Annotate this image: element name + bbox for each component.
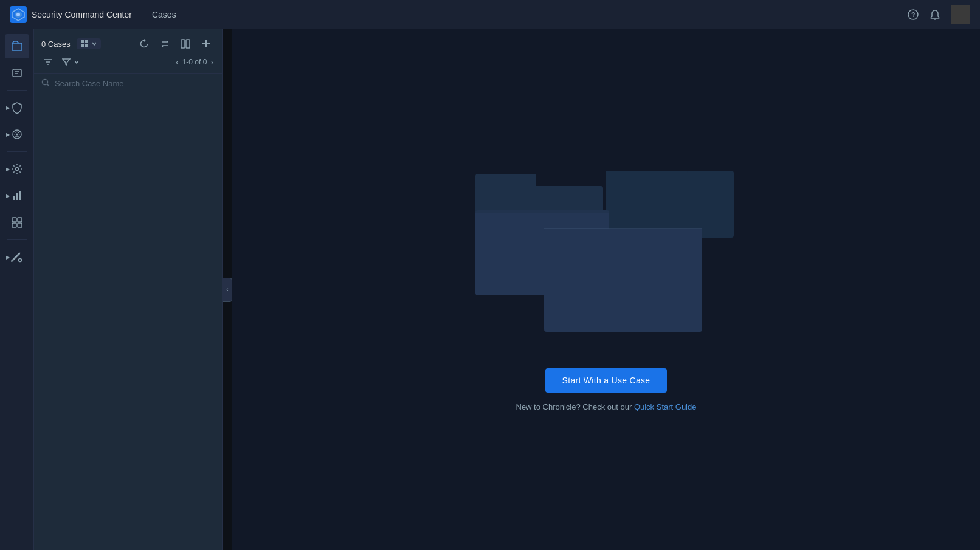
chronicle-logo-icon <box>10 6 27 23</box>
expand-arrow-icon: ▶ <box>6 105 10 111</box>
sidebar-item-radar[interactable]: ▶ <box>5 122 29 146</box>
sidebar-item-cases[interactable] <box>5 34 29 58</box>
main-content: Start With a Use Case New to Chronicle? … <box>232 29 980 550</box>
svg-point-30 <box>43 80 48 85</box>
cases-count: 0 Cases <box>41 40 71 49</box>
svg-rect-16 <box>19 191 21 200</box>
nav-divider <box>142 7 142 22</box>
svg-rect-38 <box>475 210 609 213</box>
search-icon <box>41 78 50 89</box>
svg-rect-36 <box>544 229 702 332</box>
sidebar: ▶ ▶ ▶ ▶ <box>0 29 34 550</box>
filter-button[interactable] <box>60 57 83 67</box>
svg-rect-23 <box>85 40 88 43</box>
svg-line-31 <box>47 84 50 87</box>
sidebar-item-settings[interactable]: ▶ <box>5 157 29 181</box>
svg-rect-33 <box>475 174 536 190</box>
notification-icon[interactable] <box>929 9 941 21</box>
sidebar-item-security[interactable]: ▶ <box>5 95 29 120</box>
topnav-actions: ? <box>907 5 970 24</box>
page-label: Cases <box>152 10 176 19</box>
toolbar-top: 0 Cases <box>41 35 215 52</box>
svg-rect-17 <box>12 218 16 222</box>
folder-svg <box>472 168 740 332</box>
start-use-case-button[interactable]: Start With a Use Case <box>545 368 668 393</box>
cta-section: Start With a Use Case New to Chronicle? … <box>516 368 697 411</box>
svg-rect-25 <box>85 44 88 47</box>
svg-rect-26 <box>181 40 185 48</box>
prev-page-button[interactable]: ‹ <box>174 56 180 68</box>
cases-panel: 0 Cases <box>34 29 223 550</box>
cta-subtext: New to Chronicle? Check out our Quick St… <box>516 402 697 411</box>
sidebar-divider-3 <box>7 239 27 240</box>
svg-rect-6 <box>13 69 21 77</box>
svg-rect-18 <box>18 218 22 222</box>
expand-arrow-analytics-icon: ▶ <box>6 193 10 199</box>
expand-arrow-radar-icon: ▶ <box>6 132 10 137</box>
svg-rect-20 <box>18 223 22 227</box>
sidebar-divider-2 <box>7 151 27 152</box>
svg-rect-27 <box>186 40 190 48</box>
expand-arrow-settings-icon: ▶ <box>6 167 10 172</box>
view-toggle[interactable] <box>77 38 101 49</box>
customize-columns-button[interactable] <box>41 57 55 67</box>
main-body: ▶ ▶ ▶ ▶ <box>0 29 980 550</box>
svg-point-13 <box>15 168 18 171</box>
svg-rect-22 <box>81 40 84 43</box>
sidebar-item-tools[interactable]: ▶ <box>5 245 29 269</box>
sync-button[interactable] <box>156 35 173 52</box>
svg-point-3 <box>16 13 20 16</box>
refresh-button[interactable] <box>136 35 153 52</box>
collapse-panel-button[interactable]: ‹ <box>223 278 232 302</box>
sidebar-item-dashboard[interactable] <box>5 210 29 235</box>
app-logo: Security Command Center <box>10 6 132 23</box>
pagination: ‹ 1-0 of 0 › <box>174 56 215 68</box>
topnav: Security Command Center Cases ? <box>0 0 980 29</box>
search-bar <box>34 74 222 94</box>
svg-rect-15 <box>16 193 18 200</box>
user-avatar[interactable] <box>951 5 970 24</box>
expand-arrow-tools-icon: ▶ <box>6 255 10 260</box>
svg-text:?: ? <box>911 11 916 18</box>
empty-state-illustration <box>472 168 740 332</box>
svg-point-21 <box>18 259 21 262</box>
sidebar-divider-1 <box>7 90 27 91</box>
svg-rect-24 <box>81 44 84 47</box>
add-case-button[interactable] <box>198 35 215 52</box>
split-view-button[interactable] <box>177 35 194 52</box>
pagination-text: 1-0 of 0 <box>182 58 207 66</box>
sidebar-item-analytics[interactable]: ▶ <box>5 184 29 208</box>
next-page-button[interactable]: › <box>209 56 215 68</box>
app-name: Security Command Center <box>32 10 132 19</box>
svg-rect-19 <box>12 223 16 227</box>
search-input[interactable] <box>55 79 215 88</box>
cases-toolbar: 0 Cases <box>34 29 222 74</box>
svg-rect-14 <box>13 196 15 200</box>
sidebar-item-alerts[interactable] <box>5 61 29 85</box>
help-icon[interactable]: ? <box>907 9 919 21</box>
quick-start-link[interactable]: Quick Start Guide <box>634 402 697 411</box>
toolbar-bottom: ‹ 1-0 of 0 › <box>41 56 215 68</box>
